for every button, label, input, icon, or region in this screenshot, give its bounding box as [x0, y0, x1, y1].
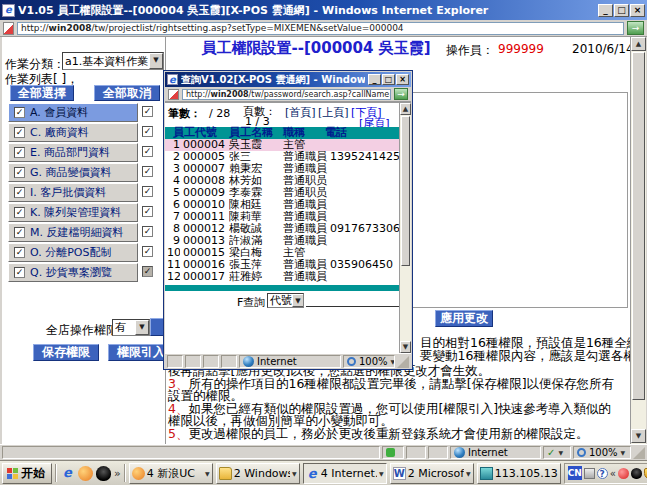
protected-mode-cell[interactable]: ✓ ▼	[543, 446, 571, 459]
help-icon[interactable]	[597, 468, 608, 479]
zoom-control[interactable]: 100% ▼	[343, 355, 395, 368]
task-item-button[interactable]: ✓K. 陳列架管理資料	[8, 203, 138, 222]
popup-vertical-scrollbar[interactable]: ▲ ▼	[399, 103, 411, 353]
permission-checkbox[interactable]: ✓	[142, 226, 153, 237]
scroll-down-icon[interactable]: ▼	[400, 341, 411, 353]
employee-row[interactable]: 5000009李泰霖普通职员	[165, 187, 399, 199]
close-icon[interactable]: ×	[630, 4, 645, 17]
checkbox-checked[interactable]: ✓	[14, 187, 25, 198]
employee-row[interactable]: 1000004吳玉霞主管	[165, 139, 399, 151]
start-button[interactable]: 开始	[2, 463, 52, 484]
popup-titlebar[interactable]: 查詢V1.02[X-POS 雲通網] - Windows Internet E.…	[165, 72, 411, 87]
main-vertical-scrollbar[interactable]: ▲ ▼	[630, 37, 646, 444]
taskbar-button[interactable]: 4 新浪UC▼	[129, 463, 213, 484]
query-input[interactable]	[306, 306, 399, 307]
status-green-icon	[386, 448, 395, 457]
nav-prev-page[interactable]: [上頁]	[318, 105, 349, 120]
permission-checkbox[interactable]: ✓	[142, 186, 153, 197]
emp-code: 000009	[183, 187, 227, 199]
category-select[interactable]: a1.基本資料作業 ▼	[62, 52, 164, 70]
zoom-control[interactable]: 100% ▼	[573, 446, 631, 459]
employee-row[interactable]: 2000005张三普通職員13952414252	[165, 151, 399, 163]
employee-row[interactable]: 4000008林芳如普通职员	[165, 175, 399, 187]
printer-icon[interactable]	[584, 468, 595, 479]
dropdown-arrow-icon[interactable]: ▼	[205, 470, 210, 477]
taskbar-button[interactable]: 2 Windows ...▼	[216, 463, 300, 484]
scroll-up-icon[interactable]: ▲	[400, 103, 411, 115]
go-button[interactable]: →	[394, 88, 408, 100]
employee-row[interactable]: 12000017莊雅婷普通職員	[165, 271, 399, 283]
ie-icon[interactable]	[60, 466, 75, 481]
nav-first-page[interactable]: [首頁]	[285, 105, 316, 120]
checkbox-checked[interactable]: ✓	[14, 207, 25, 218]
checkbox-checked[interactable]: ✓	[14, 127, 25, 138]
employee-row[interactable]: 9000013許淑滿普通職員	[165, 235, 399, 247]
dropdown-arrow-icon[interactable]: ▼	[466, 470, 471, 477]
qq-black-icon[interactable]	[631, 468, 642, 479]
close-icon[interactable]: ×	[396, 74, 409, 85]
permission-checkbox[interactable]: ✓	[142, 126, 153, 137]
task-item-button[interactable]: ✓E. 商品部門資料	[8, 143, 138, 162]
scrollbar-thumb[interactable]	[401, 116, 410, 266]
permission-checkbox[interactable]: ✓	[142, 266, 153, 277]
employee-row[interactable]: 10000015梁白梅主管	[165, 247, 399, 259]
language-indicator[interactable]: CN	[568, 466, 582, 480]
task-item-button[interactable]: ✓M. 反建檔明細資料	[8, 223, 138, 242]
permission-checkbox[interactable]: ✓	[142, 166, 153, 177]
resize-grip[interactable]	[397, 356, 409, 368]
permission-checkbox[interactable]: ✓	[142, 106, 153, 117]
chevron-down-icon[interactable]: ▼	[149, 53, 163, 69]
resize-grip[interactable]	[633, 447, 645, 459]
permission-checkbox[interactable]: ✓	[142, 146, 153, 157]
overflow-chevron-icon[interactable]: »	[114, 467, 121, 480]
main-url-field[interactable]: http://win2008/tw/projectlist/rightsetti…	[17, 22, 624, 35]
employee-row[interactable]: 7000011陳莉華普通職員	[165, 211, 399, 223]
popup-url-field[interactable]: http://win2008/tw/password/search.asp?ca…	[182, 89, 391, 100]
scrollbar-thumb[interactable]	[632, 52, 645, 400]
task-item-button[interactable]: ✓A. 會員資料	[8, 103, 138, 122]
uc-icon[interactable]	[78, 466, 93, 481]
main-titlebar[interactable]: V1.05 員工權限設置--[000004 吳玉霞][X-POS 雲通網] - …	[0, 0, 647, 20]
checkbox-checked[interactable]: ✓	[14, 167, 25, 178]
scroll-up-icon[interactable]: ▲	[631, 37, 646, 51]
employee-row[interactable]: 11000016張玉萍普通職員035906450	[165, 259, 399, 271]
task-item-button[interactable]: ✓C. 廠商資料	[8, 123, 138, 142]
checkbox-checked[interactable]: ✓	[14, 247, 25, 258]
task-item-button[interactable]: ✓O. 分離POS配制	[8, 243, 138, 262]
select-all-button[interactable]: 全部選擇	[10, 85, 74, 101]
task-item-button[interactable]: ✓Q. 抄貨專案瀏覽	[8, 263, 138, 282]
checkbox-checked[interactable]: ✓	[14, 107, 25, 118]
employee-row[interactable]: 6000010陳相廷普通職員	[165, 199, 399, 211]
maximize-icon[interactable]: □	[382, 74, 395, 85]
cancel-all-button[interactable]: 全部取消	[94, 85, 160, 101]
checkbox-checked[interactable]: ✓	[14, 147, 25, 158]
permission-checkbox[interactable]: ✓	[142, 206, 153, 217]
qq-icon[interactable]	[96, 466, 111, 481]
dropdown-arrow-icon[interactable]: ▼	[292, 470, 297, 477]
scroll-down-icon[interactable]: ▼	[631, 429, 646, 443]
minimize-icon[interactable]: _	[598, 4, 613, 17]
checkbox-checked[interactable]: ✓	[14, 227, 25, 238]
employee-row[interactable]: 3000007賴秉宏普通職員	[165, 163, 399, 175]
permission-checkbox[interactable]: ✓	[142, 246, 153, 257]
employee-row[interactable]: 8000012楊敬誠普通職員0917673306	[165, 223, 399, 235]
store-permission-select[interactable]: 有 ▼	[112, 319, 150, 336]
task-item-button[interactable]: ✓G. 商品變價資料	[8, 163, 138, 182]
qq-red-icon[interactable]	[618, 468, 629, 479]
apply-changes-button[interactable]: 應用更改	[435, 310, 493, 327]
maximize-icon[interactable]: □	[614, 4, 629, 17]
chevron-down-icon[interactable]: ▼	[135, 320, 149, 335]
taskbar-button[interactable]: 113.105.131...	[477, 463, 561, 484]
minimize-icon[interactable]: _	[368, 74, 381, 85]
dropdown-arrow-icon[interactable]: ▼	[379, 470, 384, 477]
emp-name: 許淑滿	[229, 235, 283, 247]
go-button[interactable]: →	[627, 21, 644, 35]
chevron-down-icon[interactable]: ▼	[292, 294, 304, 307]
checkbox-checked[interactable]: ✓	[14, 267, 25, 278]
query-field-select[interactable]: 代號 ▼	[267, 293, 304, 308]
task-item-button[interactable]: ✓I. 客戶批價資料	[8, 183, 138, 202]
taskbar-button[interactable]: 2 Microsof...▼	[390, 463, 474, 484]
taskbar-button[interactable]: 4 Internet...▼	[303, 463, 387, 484]
save-permissions-button[interactable]: 保存權限	[33, 344, 99, 361]
collapse-chevron-icon[interactable]: «	[610, 468, 616, 479]
